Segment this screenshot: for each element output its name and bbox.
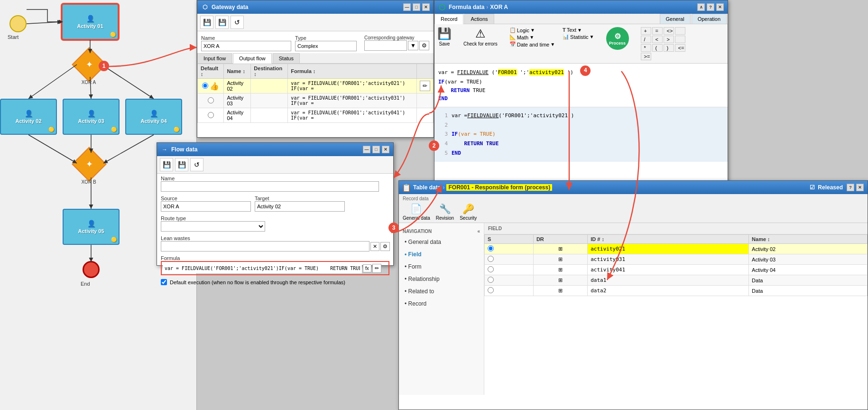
type-input[interactable] [295,41,357,51]
op-eq[interactable]: = [652,27,663,35]
nav-related-to[interactable]: Related to [399,285,484,298]
op-lt[interactable]: < [652,36,663,43]
lean-action1[interactable]: ✕ [370,242,379,251]
nav-general-data[interactable]: General data [399,236,484,248]
flow-save-btn[interactable]: 💾 [160,158,173,171]
formula-close-btn[interactable]: ✕ [716,3,724,11]
op-lteq[interactable]: <= [675,44,685,52]
activity02-node[interactable]: 👤 Activity 02 🟡 [0,99,57,135]
flow-minimize[interactable]: — [363,146,370,153]
activity04-node[interactable]: 👤 Activity 04 🟡 [125,99,182,135]
nav-form[interactable]: Form [399,261,484,273]
flow-lean-input[interactable] [161,241,369,252]
save2-btn[interactable]: 💾 [215,16,229,29]
statistic-btn[interactable]: 📊 Statistic ▼ [563,34,594,40]
nav-relationship[interactable]: Relationship [399,273,484,285]
flow-save2-btn[interactable]: 💾 [175,158,188,171]
close-btn[interactable]: ✕ [422,3,430,11]
tab-status[interactable]: Status [273,53,300,63]
math-btn[interactable]: 📐 Math ▼ [509,34,555,40]
start-event[interactable] [9,15,27,32]
op-mul[interactable]: * [641,44,651,52]
flow-controls[interactable]: — □ ✕ [363,146,389,153]
field-row3-radio[interactable] [488,266,494,272]
row2-radio[interactable] [208,97,214,103]
save-large-btn[interactable]: 💾 [437,27,452,40]
flow-formula-input[interactable] [163,263,362,273]
minimize-btn[interactable]: — [403,3,411,11]
formula-fx-btn[interactable]: fx [363,264,371,272]
check-errors-btn[interactable]: ⚠ [475,27,486,40]
flow-close[interactable]: ✕ [382,146,389,153]
activity01-node[interactable]: 👤 Activity 01 🟡 [62,4,119,40]
nav-field[interactable]: Field [399,248,484,261]
op-gteq[interactable]: >= [641,53,651,60]
general-data-btn[interactable]: 📄 General data [403,203,430,221]
tab-general[interactable]: General [660,14,691,24]
op-cparen[interactable]: ) [664,44,674,52]
corresponding-action[interactable]: ⚙ [419,41,429,50]
tab-record[interactable]: Record [434,14,463,24]
field-row4-radio[interactable] [488,277,494,283]
table-help-btn[interactable]: ? [847,184,854,191]
flow-target-input[interactable] [255,201,345,212]
op-div[interactable]: / [641,36,651,43]
field-row1-radio[interactable] [488,245,494,252]
op-neq[interactable]: <> [664,27,674,35]
op-gt[interactable]: > [664,36,674,43]
gateway-controls[interactable]: — □ ✕ [403,3,430,11]
name-input[interactable] [201,41,291,51]
maximize-btn[interactable]: □ [413,3,420,11]
flow-maximize[interactable]: □ [372,146,380,153]
table-row[interactable]: Activity 04 var = FIELDVALUE('FOR001';'a… [198,108,434,123]
end-event[interactable] [83,261,100,278]
tab-output-flow[interactable]: Output flow [233,53,272,64]
corresponding-input[interactable] [364,40,407,51]
xora-gateway-container[interactable]: ✦ XOR A [77,52,102,77]
flow-source-input[interactable] [161,201,251,212]
nav-collapse-btn[interactable]: « [477,229,480,234]
flow-route-select[interactable] [161,221,265,232]
table-row[interactable]: ⊞ data2 Data [485,286,868,296]
default-exec-checkbox[interactable] [161,279,167,285]
formula-edit-btn[interactable]: ✏ [372,264,381,273]
logic-btn[interactable]: 📋 Logic ▼ [509,27,555,33]
row3-radio[interactable] [208,112,214,118]
row1-radio[interactable] [202,83,208,89]
nav-record[interactable]: Record [399,298,484,310]
activity03-node[interactable]: 👤 Activity 03 🟡 [63,99,120,135]
activity05-node[interactable]: 👤 Activity 05 🟡 [63,209,120,245]
security-btn[interactable]: 🔑 Security [460,203,477,221]
op-plus[interactable]: + [641,27,651,35]
formula-controls[interactable]: ∧ ? ✕ [697,3,724,11]
save-btn[interactable]: 💾 [200,16,213,29]
date-time-btn[interactable]: 📅 Date and time ▼ [509,41,555,47]
table-row[interactable]: ⊞ activity041 Activity 04 [485,265,868,275]
corresponding-dropdown[interactable]: ▼ [408,41,418,50]
table-row[interactable]: 👍 Activity 02 var = FIELDVALUE('FOR001';… [198,79,434,93]
table-row[interactable]: ⊞ activity021 Activity 02 [485,244,868,254]
field-row5-radio[interactable] [488,287,494,293]
tab-operation[interactable]: Operation [692,14,727,24]
table-row[interactable]: Activity 03 var = FIELDVALUE('FOR001';'a… [198,93,434,108]
flow-name-input[interactable] [161,181,379,192]
lean-action2[interactable]: ⚙ [380,242,390,251]
flow-refresh-btn[interactable]: ↺ [190,158,203,171]
formula-help-btn[interactable]: ? [707,3,714,11]
revision-btn[interactable]: 🔧 Revision [436,203,454,221]
row1-edit[interactable]: ✏ [420,81,430,91]
process-btn[interactable]: ⚙ Process [606,27,629,50]
table-row[interactable]: ⊞ activity031 Activity 03 [485,254,868,265]
tab-actions[interactable]: Actions [464,14,494,24]
xorb-gateway[interactable]: ✦ [72,147,107,182]
xorb-gateway-container[interactable]: ✦ XOR B [77,152,102,177]
op-oparen[interactable]: ( [652,44,663,52]
text-btn[interactable]: T Text ▼ [563,27,594,33]
refresh-btn[interactable]: ↺ [231,16,244,29]
tab-input-flow[interactable]: Input flow [197,53,232,63]
table-close-btn[interactable]: ✕ [856,184,864,191]
table-row[interactable]: ⊞ data1 Data [485,275,868,286]
formula-up-btn[interactable]: ∧ [697,3,705,11]
field-row2-radio[interactable] [488,256,494,262]
table-controls[interactable]: ? ✕ [847,184,864,191]
